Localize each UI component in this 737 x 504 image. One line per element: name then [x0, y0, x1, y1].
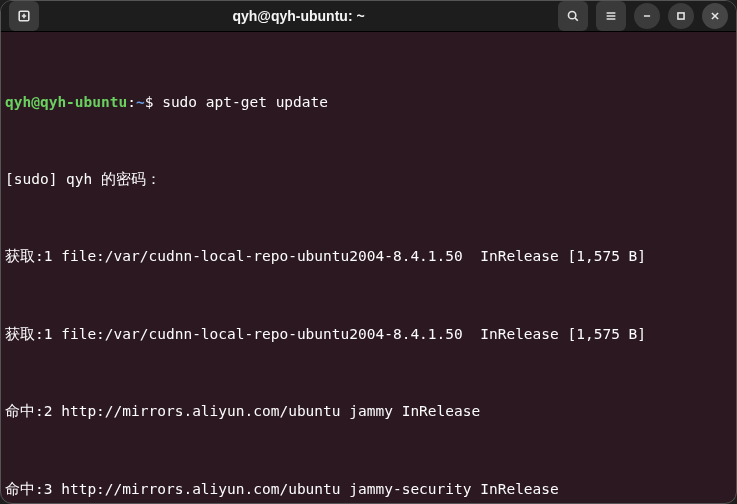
- close-button[interactable]: [702, 3, 728, 29]
- minimize-button[interactable]: [634, 3, 660, 29]
- prompt-userhost: qyh@qyh-ubuntu: [5, 94, 127, 110]
- window-title: qyh@qyh-ubuntu: ~: [232, 8, 364, 24]
- prompt-sep2: $: [145, 94, 162, 110]
- new-tab-icon: [17, 9, 31, 23]
- maximize-button[interactable]: [668, 3, 694, 29]
- new-tab-button[interactable]: [9, 1, 39, 31]
- output-line: 命中:2 http://mirrors.aliyun.com/ubuntu ja…: [5, 399, 732, 425]
- command-text: sudo apt-get update: [162, 94, 328, 110]
- search-button[interactable]: [558, 1, 588, 31]
- titlebar: qyh@qyh-ubuntu: ~: [1, 1, 736, 32]
- terminal-body[interactable]: qyh@qyh-ubuntu:~$ sudo apt-get update [s…: [1, 32, 736, 504]
- titlebar-right-controls: [558, 1, 728, 31]
- close-icon: [708, 9, 722, 23]
- search-icon: [566, 9, 580, 23]
- prompt-path: ~: [136, 94, 145, 110]
- output-line: 命中:3 http://mirrors.aliyun.com/ubuntu ja…: [5, 477, 732, 503]
- prompt-line-1: qyh@qyh-ubuntu:~$ sudo apt-get update: [5, 90, 732, 116]
- menu-button[interactable]: [596, 1, 626, 31]
- output-line: 获取:1 file:/var/cudnn-local-repo-ubuntu20…: [5, 244, 732, 270]
- prompt-sep1: :: [127, 94, 136, 110]
- svg-point-3: [568, 11, 575, 18]
- svg-line-4: [575, 18, 578, 21]
- svg-rect-9: [678, 13, 684, 19]
- hamburger-icon: [604, 9, 618, 23]
- output-line: [sudo] qyh 的密码：: [5, 167, 732, 193]
- maximize-icon: [674, 9, 688, 23]
- minimize-icon: [640, 9, 654, 23]
- terminal-window[interactable]: qyh@qyh-ubuntu: ~: [0, 0, 737, 504]
- titlebar-left-controls: [9, 1, 39, 31]
- output-line: 获取:1 file:/var/cudnn-local-repo-ubuntu20…: [5, 322, 732, 348]
